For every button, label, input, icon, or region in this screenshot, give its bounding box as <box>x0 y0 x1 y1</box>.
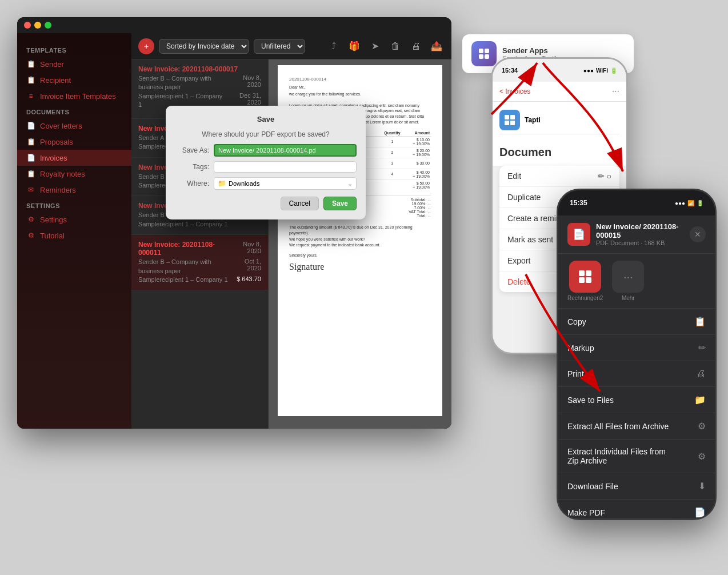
ios-context-status-icons: ●●● WiFi 🔋 <box>583 67 617 74</box>
invoice-title: New Invoice: 20201108-000011 <box>138 241 230 257</box>
list-item[interactable]: Download File ⬇ <box>558 473 715 500</box>
ios-more-button[interactable]: ··· <box>612 86 619 97</box>
tags-input[interactable] <box>214 161 357 173</box>
list-item[interactable]: Print 🖨 <box>558 361 715 387</box>
delete-label: Delete <box>507 277 530 286</box>
svg-rect-7 <box>510 121 515 125</box>
sidebar-item-tutorial[interactable]: ⚙ Tutorial <box>17 227 131 243</box>
ios-context-header: Documen <box>493 139 626 166</box>
ios-back-button[interactable]: < Invoices <box>499 87 530 95</box>
send-button[interactable]: ➤ <box>367 38 383 54</box>
minimize-button[interactable] <box>34 22 41 29</box>
svg-rect-1 <box>485 49 489 53</box>
where-value: Downloads <box>229 180 259 187</box>
proposals-icon: 📋 <box>26 137 35 146</box>
table-row[interactable]: New Invoice: 20201108-000011 Nov 8, 2020… <box>131 235 268 290</box>
tags-label: Tags: <box>175 163 209 171</box>
ios-sheet-header: 📄 New Invoice/ 20201108-000015 PDF Docum… <box>558 215 715 254</box>
add-invoice-button[interactable]: + <box>138 38 154 54</box>
save-button[interactable]: Save <box>323 197 357 210</box>
copy-icon: 📋 <box>694 316 706 327</box>
sidebar-item-cover-letters[interactable]: 📄 Cover letters <box>17 118 131 134</box>
sidebar-item-settings[interactable]: ⚙ Settings <box>17 211 131 227</box>
print-label: Print <box>567 369 584 378</box>
make-pdf-icon: 📄 <box>694 507 706 518</box>
sidebar-item-label-invoices: Invoices <box>40 154 67 162</box>
ios-more-apps-icon[interactable]: ··· <box>612 261 644 293</box>
make-pdf-label: Make PDF <box>567 508 605 517</box>
ios-action-list: Copy 📋 Markup ✏ Print 🖨 Save to Files 📁 … <box>558 309 715 520</box>
extract-all-label: Extract All Files from Archive <box>567 422 669 431</box>
main-area: + Sorted by Invoice date Unfiltered ⤴ 🎁 … <box>131 33 451 429</box>
svg-rect-11 <box>586 277 591 283</box>
taptile-app-icon <box>471 41 497 66</box>
download-file-icon: ⬇ <box>698 481 706 492</box>
dialog-title: Save <box>175 115 357 123</box>
extract-individual-icon: ⚙ <box>698 451 706 462</box>
delete-button[interactable]: 🗑 <box>387 38 403 54</box>
invoice-recipient: Samplerecipient 1 – Company 1 <box>138 275 228 284</box>
svg-rect-2 <box>479 54 483 59</box>
sidebar-item-label-cover-letters: Cover letters <box>40 122 82 130</box>
list-item[interactable]: Extract All Files from Archive ⚙ <box>558 413 715 440</box>
ios-status-bar: 15:35 ●●● 📶 🔋 <box>558 190 715 215</box>
sidebar: Templates 📋 Sender 📋 Recipient ≡ Invoice… <box>17 33 131 429</box>
ios-context-time: 15:34 <box>502 67 518 74</box>
invoices-icon: 📄 <box>26 153 35 162</box>
sidebar-item-reminders[interactable]: ✉ Reminders <box>17 182 131 198</box>
duplicate-label: Duplicate <box>507 193 541 202</box>
save-to-files-icon: 📁 <box>694 394 706 405</box>
ios-status-icons: ●●● 📶 🔋 <box>675 200 703 206</box>
sender-icon: 📋 <box>26 59 35 69</box>
ios-file-info: New Invoice/ 20201108-000015 PDF Documen… <box>596 222 684 246</box>
list-item[interactable]: Extract Individual Files fromZip Archive… <box>558 440 715 473</box>
sidebar-item-sender[interactable]: 📋 Sender <box>17 56 131 72</box>
sidebar-item-recipient[interactable]: 📋 Recipient <box>17 72 131 88</box>
sidebar-item-label-invoice-templates: Invoice Item Templates <box>40 92 116 101</box>
sidebar-item-invoices[interactable]: 📄 Invoices <box>17 150 131 166</box>
print-button[interactable]: 🖨 <box>408 38 424 54</box>
ios-context-status-bar: 15:34 ●●● WiFi 🔋 <box>493 59 626 82</box>
mac-window: Templates 📋 Sender 📋 Recipient ≡ Invoice… <box>17 17 451 429</box>
sidebar-item-proposals[interactable]: 📋 Proposals <box>17 134 131 150</box>
svg-rect-6 <box>505 121 509 125</box>
cover-letters-icon: 📄 <box>26 121 35 130</box>
where-dropdown[interactable]: 📁 Downloads ⌄ <box>214 177 357 190</box>
export-button[interactable]: 📤 <box>429 38 445 54</box>
ios-file-subtitle: PDF Document · 168 KB <box>596 239 684 246</box>
invoice-templates-icon: ≡ <box>26 91 35 101</box>
svg-rect-0 <box>479 49 483 53</box>
share-button[interactable]: ⤴ <box>326 38 342 54</box>
window-content: Templates 📋 Sender 📋 Recipient ≡ Invoice… <box>17 33 451 429</box>
extract-individual-label: Extract Individual Files fromZip Archive <box>567 447 666 465</box>
sidebar-section-settings: Settings <box>17 198 131 211</box>
sidebar-item-royalty-notes[interactable]: 📋 Royalty notes <box>17 166 131 182</box>
sidebar-item-label-settings: Settings <box>40 215 67 224</box>
list-item[interactable]: Markup ✏ <box>558 335 715 361</box>
ios-close-button[interactable]: ✕ <box>690 226 706 242</box>
ios-rechnungen-icon[interactable] <box>569 261 601 293</box>
gift-button[interactable]: 🎁 <box>346 38 362 54</box>
edit-label: Edit <box>507 171 521 181</box>
save-dialog: Save Where should your PDF export be sav… <box>166 106 366 219</box>
edit-icon: ✏ ○ <box>598 171 611 181</box>
sidebar-item-invoice-templates[interactable]: ≡ Invoice Item Templates <box>17 88 131 104</box>
svg-rect-9 <box>586 270 591 276</box>
sidebar-item-label-tutorial: Tutorial <box>40 231 65 240</box>
sort-dropdown[interactable]: Sorted by Invoice date <box>159 39 249 54</box>
sidebar-item-label-recipient: Recipient <box>40 76 71 85</box>
ios-app-row: Rechnungen2 ··· Mehr <box>558 254 715 309</box>
list-item[interactable]: Make PDF 📄 <box>558 500 715 520</box>
ios-share-phone: 15:35 ●●● 📶 🔋 📄 New Invoice/ 20201108-00… <box>557 189 717 520</box>
maximize-button[interactable] <box>45 22 51 29</box>
list-item[interactable]: Edit ✏ ○ <box>499 166 619 187</box>
cancel-button[interactable]: Cancel <box>281 197 319 210</box>
filter-dropdown[interactable]: Unfiltered <box>254 39 305 54</box>
dialog-subtitle: Where should your PDF export be saved? <box>175 130 357 138</box>
close-button[interactable] <box>24 22 31 29</box>
list-item[interactable]: Save to Files 📁 <box>558 387 715 413</box>
list-item[interactable]: Copy 📋 <box>558 309 715 335</box>
svg-rect-5 <box>510 115 515 119</box>
save-as-input[interactable] <box>214 144 357 157</box>
invoice-due: Dec 31, 2020 <box>226 92 261 106</box>
